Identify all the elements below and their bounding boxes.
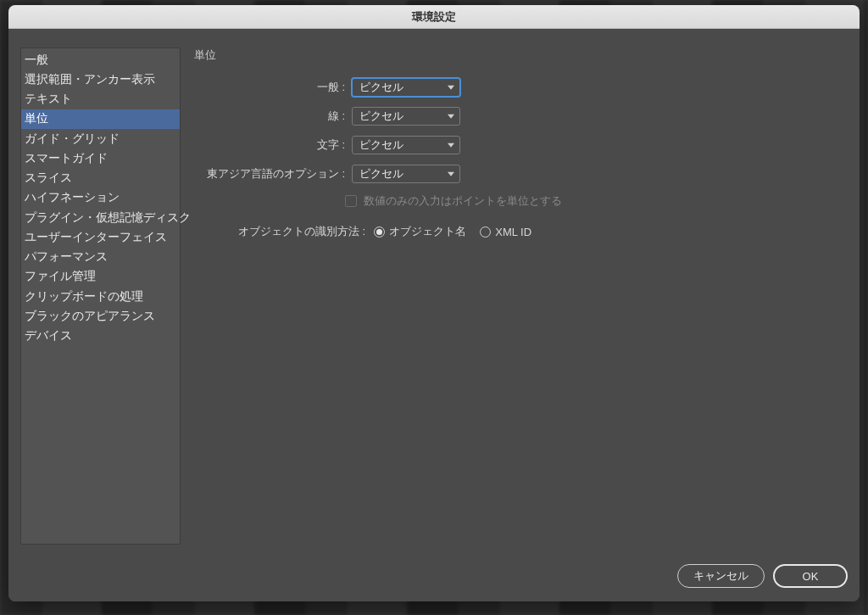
sidebar-item-14[interactable]: デバイス — [21, 327, 180, 346]
row-identify: オブジェクトの識別方法 : オブジェクト名 XML ID — [238, 224, 652, 239]
sidebar-item-13[interactable]: ブラックのアピアランス — [21, 306, 180, 326]
section-title: 単位 — [194, 48, 848, 63]
radio-object-name[interactable]: オブジェクト名 — [374, 224, 466, 239]
select-east-asian[interactable]: ピクセル — [352, 165, 460, 183]
sidebar-item-10[interactable]: パフォーマンス — [21, 248, 180, 267]
radio-xml-id-label: XML ID — [495, 226, 531, 238]
select-line-value: ピクセル — [359, 109, 403, 124]
row-numbers-only: 数値のみの入力はポイントを単位とする — [345, 193, 652, 209]
sidebar: 一般選択範囲・アンカー表示テキスト単位ガイド・グリッドスマートガイドスライスハイ… — [20, 48, 181, 545]
label-text: 文字 : — [194, 137, 345, 153]
row-east-asian: 東アジア言語のオプション : ピクセル — [194, 165, 652, 183]
sidebar-item-12[interactable]: クリップボードの処理 — [21, 287, 180, 306]
dialog-body: 一般選択範囲・アンカー表示テキスト単位ガイド・グリッドスマートガイドスライスハイ… — [8, 29, 860, 559]
checkbox-numbers-only[interactable] — [345, 195, 357, 207]
select-text[interactable]: ピクセル — [352, 136, 460, 154]
ok-button[interactable]: OK — [773, 564, 848, 588]
select-general[interactable]: ピクセル — [352, 78, 460, 97]
row-text: 文字 : ピクセル — [194, 136, 652, 154]
radio-icon — [480, 226, 491, 238]
sidebar-item-9[interactable]: ユーザーインターフェイス — [21, 227, 180, 247]
select-east-asian-value: ピクセル — [359, 166, 403, 182]
label-identify: オブジェクトの識別方法 : — [238, 224, 365, 239]
sidebar-item-7[interactable]: ハイフネーション — [21, 188, 180, 208]
chevron-down-icon — [448, 172, 454, 176]
sidebar-item-1[interactable]: 選択範囲・アンカー表示 — [21, 70, 180, 89]
sidebar-item-11[interactable]: ファイル管理 — [21, 267, 180, 287]
select-text-value: ピクセル — [359, 137, 403, 153]
chevron-down-icon — [448, 143, 454, 148]
row-line: 線 : ピクセル — [194, 107, 652, 126]
sidebar-item-3[interactable]: 単位 — [21, 109, 180, 129]
sidebar-item-0[interactable]: 一般 — [21, 50, 180, 70]
dialog-titlebar: 環境設定 — [8, 5, 860, 29]
dialog-footer: キャンセル OK — [8, 559, 860, 601]
label-east-asian: 東アジア言語のオプション : — [194, 166, 345, 182]
select-line[interactable]: ピクセル — [352, 107, 460, 126]
sidebar-item-6[interactable]: スライス — [21, 169, 180, 188]
chevron-down-icon — [448, 115, 454, 119]
sidebar-item-8[interactable]: プラグイン・仮想記憶ディスク — [21, 208, 180, 227]
sidebar-item-2[interactable]: テキスト — [21, 90, 180, 109]
select-general-value: ピクセル — [359, 80, 403, 95]
row-general: 一般 : ピクセル — [194, 78, 652, 97]
units-form: 一般 : ピクセル 線 : ピクセル 文字 : ピ — [194, 78, 652, 239]
content-pane: 単位 一般 : ピクセル 線 : ピクセル — [194, 48, 848, 547]
sidebar-item-5[interactable]: スマートガイド — [21, 148, 180, 168]
label-general: 一般 : — [194, 80, 345, 95]
chevron-down-icon — [448, 86, 454, 90]
preferences-dialog: 環境設定 一般選択範囲・アンカー表示テキスト単位ガイド・グリッドスマートガイドス… — [8, 5, 860, 601]
sidebar-item-4[interactable]: ガイド・グリッド — [21, 129, 180, 148]
radio-object-name-label: オブジェクト名 — [389, 224, 466, 239]
cancel-button[interactable]: キャンセル — [677, 564, 765, 588]
checkbox-numbers-only-label: 数値のみの入力はポイントを単位とする — [364, 193, 562, 209]
radio-icon — [374, 226, 385, 238]
dialog-title: 環境設定 — [412, 9, 456, 25]
label-line: 線 : — [194, 109, 345, 124]
radio-xml-id[interactable]: XML ID — [480, 226, 531, 238]
